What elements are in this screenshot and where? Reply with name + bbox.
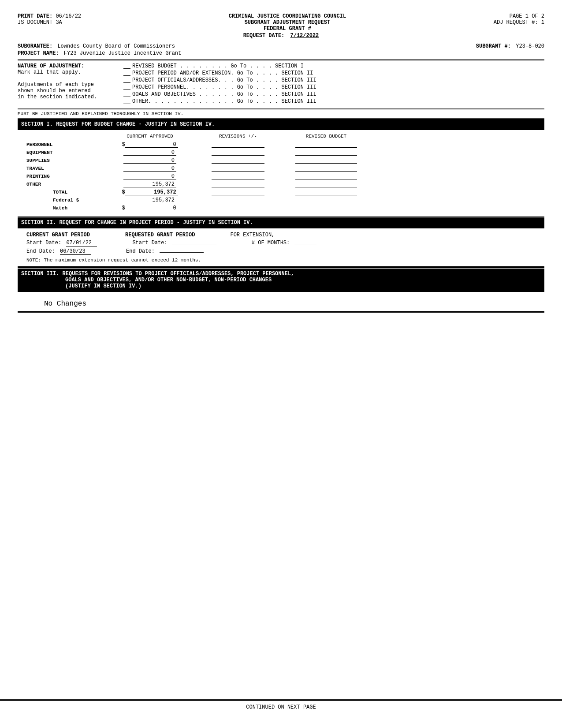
requested-start-value bbox=[172, 244, 216, 244]
nature-item-text-3: PROJECT PERSONNEL. . . . . . . . Go To .… bbox=[132, 84, 316, 90]
label-travel: TRAVEL bbox=[26, 166, 106, 171]
project-name-line: PROJECT NAME: FY23 Juvenile Justice Ince… bbox=[18, 50, 544, 56]
nature-item-2: PROJECT OFFICIALS/ADDRESSES. . . Go To .… bbox=[123, 77, 544, 83]
subgrantee-name: Lowndes County Board of Commissioners bbox=[57, 43, 175, 49]
nature-item-text-2: PROJECT OFFICIALS/ADDRESSES. . . Go To .… bbox=[132, 77, 316, 83]
nature-title: NATURE OF ADJUSTMENT: bbox=[18, 63, 115, 69]
label-supplies: SUPPLIES bbox=[26, 158, 106, 163]
section2-note: NOTE: The maximum extension request cann… bbox=[26, 258, 536, 263]
cell-personnel-revised bbox=[282, 142, 370, 148]
nature-item-3: PROJECT PERSONNEL. . . . . . . . Go To .… bbox=[123, 84, 544, 90]
cell-printing-revised bbox=[282, 173, 370, 179]
section3-header-text: SECTION III. REQUESTS FOR REVISIONS TO P… bbox=[21, 271, 294, 277]
cell-travel-revision bbox=[194, 165, 282, 172]
supplies-revised-value bbox=[295, 157, 357, 164]
cell-supplies-revision bbox=[194, 157, 282, 164]
cell-equipment-revised bbox=[282, 149, 370, 156]
nature-note3: in the section indicated. bbox=[18, 94, 115, 100]
subgrantee-label: SUBGRANTEE: bbox=[18, 43, 52, 49]
nature-item-1: PROJECT PERIOD AND/OR EXTENSION. Go To .… bbox=[123, 70, 544, 76]
supplies-current-value: 0 bbox=[123, 157, 176, 164]
current-start-label: Start Date: bbox=[26, 240, 61, 246]
federal-current-value: 195,372 bbox=[123, 197, 176, 203]
requested-start-row: Start Date: bbox=[132, 240, 216, 246]
cell-equipment-current: 0 bbox=[106, 149, 194, 156]
request-date-value: 7/12/2022 bbox=[290, 33, 319, 39]
other-revision-value bbox=[212, 181, 264, 187]
current-end-label: End Date: bbox=[26, 248, 55, 254]
subgrantee-line: SUBGRANTEE: Lowndes County Board of Comm… bbox=[18, 43, 544, 49]
section3-header: SECTION III. REQUESTS FOR REVISIONS TO P… bbox=[18, 269, 544, 292]
months-row: # OF MONTHS: bbox=[252, 240, 317, 246]
federal-revised-value bbox=[295, 197, 357, 203]
section3-header2: GOALS AND OBJECTIVES, AND/OR OTHER NON-B… bbox=[21, 277, 272, 283]
checkbox-5 bbox=[123, 99, 130, 104]
must-justify: MUST BE JUSTIFIED AND EXPLAINED THOROUGH… bbox=[18, 109, 544, 119]
requested-end-value bbox=[160, 252, 204, 253]
cell-other-revision bbox=[194, 181, 282, 187]
checkbox-2 bbox=[123, 78, 130, 83]
cell-printing-revision bbox=[194, 173, 282, 179]
cell-other-revised bbox=[282, 181, 370, 187]
budget-row-other: OTHER 195,372 bbox=[26, 181, 536, 187]
travel-revised-value bbox=[295, 165, 357, 172]
match-revised-value bbox=[295, 205, 357, 211]
current-start-row: Start Date: 07/01/22 bbox=[26, 240, 97, 246]
checkbox-4 bbox=[123, 92, 130, 97]
budget-table: CURRENT APPROVED REVISIONS +/- REVISED B… bbox=[18, 130, 544, 217]
checkbox-3 bbox=[123, 85, 130, 90]
footer-text: CONTINUED ON NEXT PAGE bbox=[246, 704, 316, 710]
match-current-value: 0 bbox=[125, 205, 178, 211]
budget-row-equipment: EQUIPMENT 0 bbox=[26, 149, 536, 156]
other-revised-value bbox=[295, 181, 357, 187]
footer: CONTINUED ON NEXT PAGE bbox=[0, 699, 562, 710]
label-personnel: PERSONNEL bbox=[26, 142, 106, 147]
checkbox-1 bbox=[123, 71, 130, 76]
subgrant-number-block: SUBGRANT #: Y23-8-020 bbox=[476, 43, 544, 49]
nature-item-text-5: OTHER. . . . . . . . . . . . . . Go To .… bbox=[132, 98, 316, 105]
printing-revised-value bbox=[295, 173, 357, 179]
nature-item-text-1: PROJECT PERIOD AND/OR EXTENSION. Go To .… bbox=[132, 70, 313, 76]
personnel-current-value: 0 bbox=[125, 142, 178, 148]
budget-header-row: CURRENT APPROVED REVISIONS +/- REVISED B… bbox=[26, 134, 536, 139]
match-dollar: $ bbox=[122, 205, 125, 211]
equipment-revised-value bbox=[295, 149, 357, 156]
is-document: IS DOCUMENT 3A bbox=[18, 19, 62, 26]
cell-other-current: 195,372 bbox=[106, 181, 194, 187]
cell-supplies-revised bbox=[282, 157, 370, 164]
federal-revision-value bbox=[212, 197, 264, 203]
checkbox-0 bbox=[123, 63, 130, 69]
personnel-revision-value bbox=[212, 142, 264, 148]
cell-federal-revised bbox=[282, 197, 370, 203]
request-date-label: REQUEST DATE: bbox=[243, 33, 285, 39]
nature-item-text-4: GOALS AND OBJECTIVES . . . . . . Go To .… bbox=[132, 91, 316, 97]
label-total: TOTAL bbox=[26, 190, 106, 195]
other-current-value: 195,372 bbox=[123, 181, 176, 187]
requested-end-label: End Date: bbox=[126, 248, 155, 254]
requested-start-label: Start Date: bbox=[132, 240, 167, 246]
print-date-block: PRINT DATE: 06/16/22 IS DOCUMENT 3A bbox=[18, 13, 81, 32]
nature-item-0: REVISED BUDGET . . . . . . . . Go To . .… bbox=[123, 63, 544, 69]
cell-travel-current: 0 bbox=[106, 165, 194, 172]
cell-personnel-current: $ 0 bbox=[106, 142, 194, 148]
equipment-revision-value bbox=[212, 149, 264, 156]
nature-subtitle: Mark all that apply. bbox=[18, 69, 115, 75]
label-federal: Federal $ bbox=[26, 198, 106, 203]
requested-grant-period-label: REQUESTED GRANT PERIOD bbox=[125, 232, 195, 238]
equipment-current-value: 0 bbox=[123, 149, 176, 156]
label-printing: PRINTING bbox=[26, 174, 106, 179]
nature-item-4: GOALS AND OBJECTIVES . . . . . . Go To .… bbox=[123, 91, 544, 97]
cell-total-revised bbox=[282, 189, 370, 195]
section2-content: CURRENT GRANT PERIOD REQUESTED GRANT PER… bbox=[18, 228, 544, 268]
budget-row-supplies: SUPPLIES 0 bbox=[26, 157, 536, 164]
current-grant-period-label: CURRENT GRANT PERIOD bbox=[26, 232, 90, 238]
current-end-value: 06/30/23 bbox=[60, 248, 91, 255]
subgrant-number: Y23-8-020 bbox=[516, 43, 544, 49]
title-line2: SUBGRANT ADJUSTMENT REQUEST bbox=[229, 19, 346, 26]
title-line3: FEDERAL GRANT # bbox=[229, 26, 346, 32]
total-current-value: 195,372 bbox=[125, 189, 178, 195]
cell-travel-revised bbox=[282, 165, 370, 172]
section3-content: No Changes bbox=[18, 292, 544, 311]
project-label: PROJECT NAME: bbox=[18, 50, 59, 56]
subgrantee-block: SUBGRANTEE: Lowndes County Board of Comm… bbox=[18, 43, 175, 49]
